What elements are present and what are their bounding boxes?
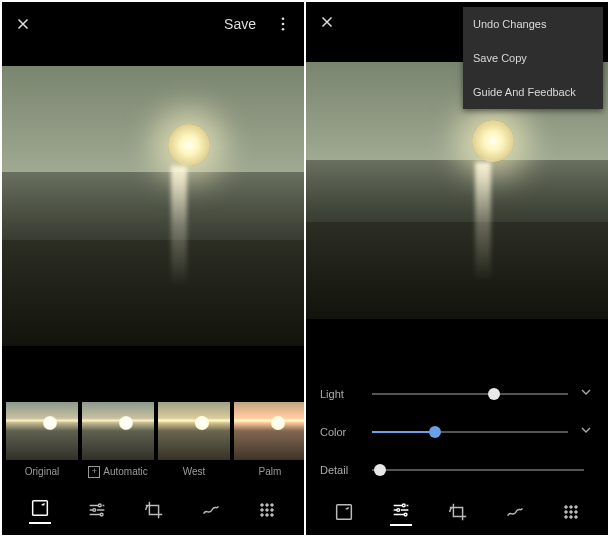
svg-point-10 xyxy=(260,509,263,512)
menu-undo-changes[interactable]: Undo Changes xyxy=(463,7,603,41)
svg-rect-3 xyxy=(33,500,48,515)
photo-preview xyxy=(2,66,304,346)
svg-point-18 xyxy=(397,508,400,511)
bottom-nav xyxy=(306,489,608,535)
svg-point-0 xyxy=(282,17,285,20)
color-track[interactable] xyxy=(372,431,568,433)
svg-point-28 xyxy=(574,516,577,519)
svg-point-26 xyxy=(564,516,567,519)
svg-point-22 xyxy=(574,506,577,509)
more-tools-tab-icon[interactable] xyxy=(561,502,581,522)
svg-point-12 xyxy=(270,509,273,512)
slider-light[interactable]: Light xyxy=(320,375,594,413)
chevron-down-icon[interactable] xyxy=(578,384,594,404)
svg-point-20 xyxy=(564,506,567,509)
svg-point-25 xyxy=(574,511,577,514)
editor-panel-filters: Save Original Automatic West Palm xyxy=(2,2,304,535)
adjust-tab-icon[interactable] xyxy=(390,499,412,526)
filter-thumbnails: Original Automatic West Palm xyxy=(2,396,304,480)
svg-point-5 xyxy=(93,509,96,512)
svg-point-19 xyxy=(404,513,407,516)
svg-rect-16 xyxy=(337,505,352,520)
more-tools-tab-icon[interactable] xyxy=(257,500,277,520)
chevron-down-icon[interactable] xyxy=(578,422,594,442)
svg-point-8 xyxy=(265,504,268,507)
close-icon[interactable] xyxy=(318,13,336,31)
filter-automatic[interactable]: Automatic xyxy=(82,402,154,478)
menu-save-copy[interactable]: Save Copy xyxy=(463,41,603,75)
top-bar: Save xyxy=(2,2,304,46)
svg-point-2 xyxy=(282,28,285,31)
markup-tab-icon[interactable] xyxy=(200,499,222,521)
svg-point-11 xyxy=(265,509,268,512)
svg-point-13 xyxy=(260,514,263,517)
svg-point-14 xyxy=(265,514,268,517)
svg-point-4 xyxy=(99,504,102,507)
save-button[interactable]: Save xyxy=(224,16,256,32)
detail-track[interactable] xyxy=(372,469,584,471)
more-icon[interactable] xyxy=(274,15,292,33)
adjustment-sliders: Light Color Detail xyxy=(306,375,608,489)
svg-point-17 xyxy=(403,504,406,507)
svg-point-23 xyxy=(564,511,567,514)
svg-point-7 xyxy=(260,504,263,507)
svg-point-15 xyxy=(270,514,273,517)
svg-point-1 xyxy=(282,23,285,26)
editor-panel-adjust: Undo Changes Save Copy Guide And Feedbac… xyxy=(306,2,608,535)
bottom-nav xyxy=(2,485,304,535)
svg-point-9 xyxy=(270,504,273,507)
svg-point-6 xyxy=(100,513,103,516)
filter-west[interactable]: West xyxy=(158,402,230,478)
close-icon[interactable] xyxy=(14,15,32,33)
svg-point-27 xyxy=(569,516,572,519)
filter-original[interactable]: Original xyxy=(6,402,78,478)
markup-tab-icon[interactable] xyxy=(504,501,526,523)
light-track[interactable] xyxy=(372,393,568,395)
filter-palm[interactable]: Palm xyxy=(234,402,304,478)
menu-guide-feedback[interactable]: Guide And Feedback xyxy=(463,75,603,109)
svg-point-24 xyxy=(569,511,572,514)
slider-color[interactable]: Color xyxy=(320,413,594,451)
filters-tab-icon[interactable] xyxy=(333,501,355,523)
slider-detail[interactable]: Detail xyxy=(320,451,594,489)
adjust-tab-icon[interactable] xyxy=(86,499,108,521)
crop-rotate-tab-icon[interactable] xyxy=(447,501,469,523)
overflow-menu: Undo Changes Save Copy Guide And Feedbac… xyxy=(463,7,603,109)
filters-tab-icon[interactable] xyxy=(29,497,51,524)
crop-rotate-tab-icon[interactable] xyxy=(143,499,165,521)
svg-point-21 xyxy=(569,506,572,509)
